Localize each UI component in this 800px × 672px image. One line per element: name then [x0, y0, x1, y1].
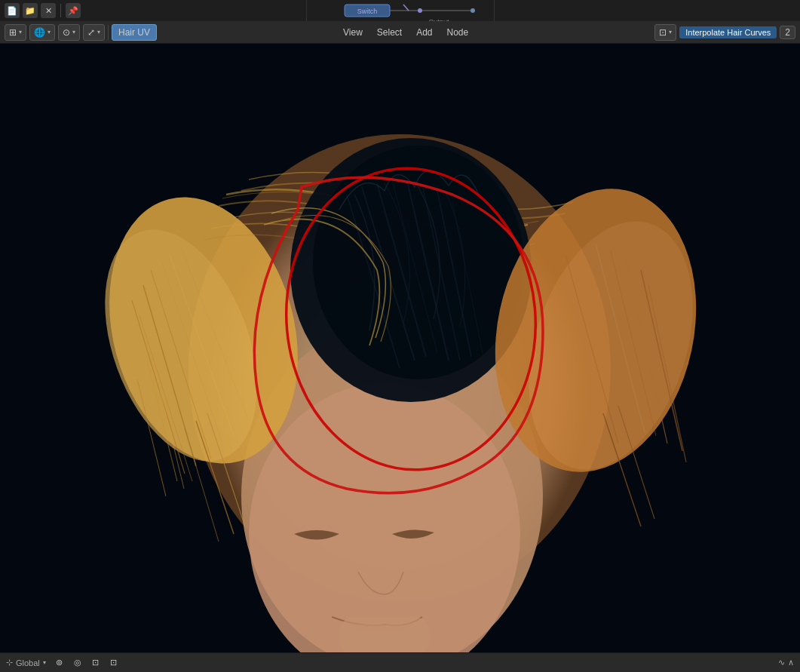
- hair-uv-label: Hair UV: [118, 27, 150, 38]
- viewport-shading-group: 🌐 ▾: [29, 24, 55, 41]
- file-icon-button[interactable]: 📄: [5, 3, 20, 18]
- node-menu[interactable]: Node: [441, 24, 475, 41]
- active-node-label: Interpolate Hair Curves: [679, 26, 777, 38]
- active-node-number: 2: [780, 26, 795, 39]
- curve-tools-right: ∿ ∧: [778, 658, 794, 667]
- global-chevron-icon: ▾: [43, 659, 46, 666]
- svg-text:Switch: Switch: [357, 8, 377, 15]
- svg-point-5: [418, 8, 422, 13]
- chevron-down-icon3: ▾: [72, 29, 75, 35]
- curve-icon: ∿: [778, 658, 785, 667]
- coordinate-system: ⊹ Global ▾: [6, 658, 46, 667]
- proportional-edit-button[interactable]: ◎: [70, 655, 85, 670]
- add-menu[interactable]: Add: [410, 24, 438, 41]
- close-icon-button[interactable]: ✕: [41, 3, 56, 18]
- mirror-button[interactable]: ⊡: [88, 655, 103, 670]
- global-label: Global: [16, 658, 40, 667]
- overlay-group: ⊙ ▾: [58, 24, 80, 41]
- main-toolbar: ⊞ ▾ 🌐 ▾ ⊙ ▾ ⤢ ▾ Hair UV View Select Add …: [0, 21, 800, 44]
- right-toolbar: ⊡ ▾ Interpolate Hair Curves 2: [654, 24, 795, 41]
- overlay-button[interactable]: ⊙ ▾: [58, 24, 80, 41]
- viewport: [0, 44, 800, 652]
- transform-icon: ⤢: [87, 27, 95, 38]
- viewport-icon: ⊡: [659, 27, 667, 38]
- folder-icon-button[interactable]: 📁: [23, 3, 38, 18]
- editor-type-group: ⊞ ▾: [5, 24, 26, 41]
- overlay-icon: ⊙: [63, 27, 70, 38]
- bottom-status-bar: ⊹ Global ▾ ⊚ ◎ ⊡ ⊡ ∿ ∧: [0, 652, 800, 672]
- svg-point-6: [470, 8, 475, 13]
- snap-button[interactable]: ⊚: [52, 655, 67, 670]
- pin-icon-button[interactable]: 📌: [66, 3, 81, 18]
- svg-point-24: [313, 146, 524, 379]
- hair-uv-mode-button[interactable]: Hair UV: [112, 24, 157, 41]
- chevron-down-icon: ▾: [19, 29, 22, 35]
- snap-group: ⊚ ◎ ⊡ ⊡: [52, 655, 121, 670]
- shading-icon: 🌐: [34, 27, 45, 38]
- viewport-icon-button[interactable]: ⊡ ▾: [654, 24, 676, 41]
- chevron-down-icon4: ▾: [97, 29, 100, 35]
- curve-icon-2: ∧: [788, 658, 794, 667]
- toolbar-separator-1: [108, 25, 109, 40]
- node-mini-svg: Switch Output: [307, 0, 495, 21]
- viewport-shading-button[interactable]: 🌐 ▾: [29, 24, 55, 41]
- svg-rect-44: [339, 617, 430, 652]
- editor-type-icon: ⊞: [9, 27, 17, 38]
- select-menu[interactable]: Select: [371, 24, 408, 41]
- menu-group: View Select Add Node: [337, 24, 474, 41]
- separator: [60, 4, 61, 17]
- top-mini-bar: 📄 📁 ✕ 📌 Switch Output: [0, 0, 800, 21]
- editor-type-button[interactable]: ⊞ ▾: [5, 24, 26, 41]
- view-menu[interactable]: View: [337, 24, 369, 41]
- tools-button[interactable]: ⊡: [106, 655, 121, 670]
- hair-render-svg: [0, 44, 800, 652]
- transform-button[interactable]: ⤢ ▾: [83, 24, 105, 41]
- node-editor-mini: Switch Output: [306, 0, 495, 21]
- transform-group: ⤢ ▾: [83, 24, 105, 41]
- coordinate-icon: ⊹: [6, 658, 13, 667]
- chevron-down-icon2: ▾: [48, 29, 51, 35]
- chevron-down-icon5: ▾: [669, 29, 672, 35]
